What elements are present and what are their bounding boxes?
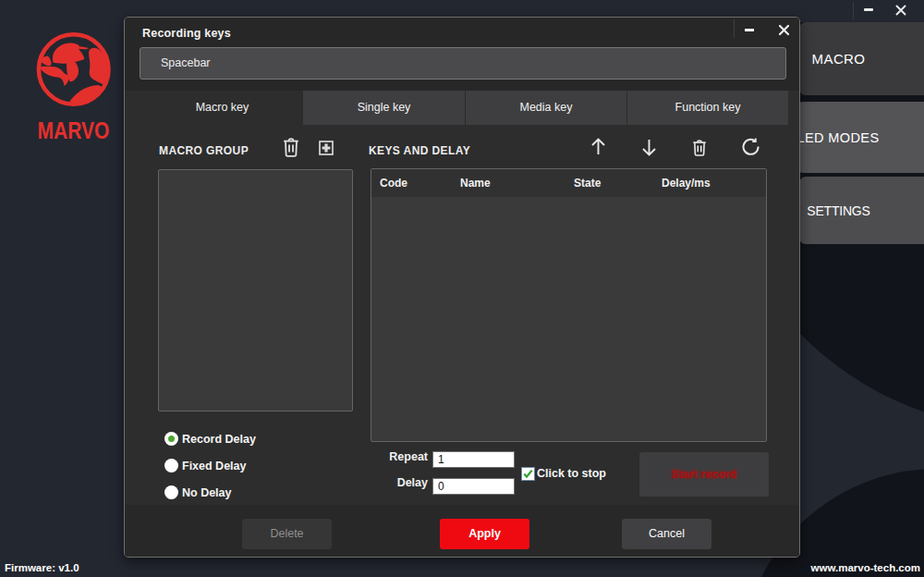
svg-text:MARVO: MARVO	[38, 117, 110, 143]
